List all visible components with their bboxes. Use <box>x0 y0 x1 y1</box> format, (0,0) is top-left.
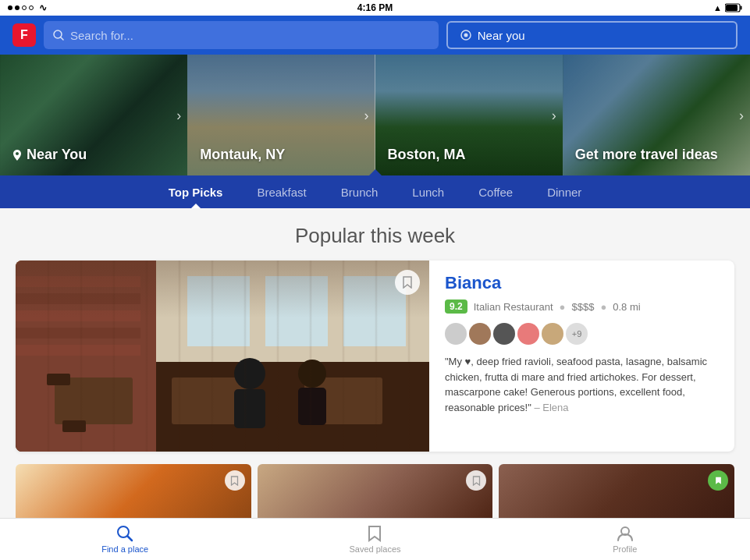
svg-rect-8 <box>16 261 156 452</box>
hero-indicator <box>369 169 382 175</box>
svg-point-23 <box>234 358 265 389</box>
svg-rect-18 <box>55 377 133 424</box>
hero-montauk-arrow: › <box>364 107 369 123</box>
svg-rect-21 <box>47 374 70 385</box>
search-input-wrap[interactable] <box>44 21 439 49</box>
tab-brunch[interactable]: Brunch <box>324 175 396 208</box>
near-you-button[interactable]: Near you <box>446 21 738 49</box>
nav-saved-places[interactable]: Saved places <box>250 519 499 560</box>
tab-top-picks[interactable]: Top Picks <box>151 175 240 208</box>
hero-travel-label: Get more travel ideas <box>575 147 718 163</box>
sig-dot-3 <box>22 5 27 10</box>
search-icon <box>53 30 64 41</box>
svg-rect-19 <box>172 377 250 424</box>
svg-rect-20 <box>304 377 382 424</box>
sig-dot-2 <box>15 5 20 10</box>
nav-find-place-label: Find a place <box>101 544 148 554</box>
search-input[interactable] <box>70 29 429 42</box>
hero-strip: Near You › Montauk, NY › Boston, MA › Ge… <box>0 55 750 175</box>
thumb-card-2[interactable] <box>258 464 493 518</box>
restaurant-name[interactable]: Bianca <box>445 273 719 293</box>
avatar-5 <box>542 323 563 345</box>
main-content: Popular this week <box>0 208 750 518</box>
bookmark-icon-1 <box>230 476 239 486</box>
tab-lunch[interactable]: Lunch <box>395 175 461 208</box>
svg-rect-10 <box>16 276 140 287</box>
svg-rect-12 <box>16 310 140 321</box>
avatar-2 <box>469 323 491 345</box>
tab-breakfast[interactable]: Breakfast <box>240 175 323 208</box>
featured-card: Bianca 9.2 Italian Restaurant ● $$$$ ● 0… <box>16 261 734 452</box>
battery-icon <box>725 3 742 12</box>
featured-info: Bianca 9.2 Italian Restaurant ● $$$$ ● 0… <box>429 261 734 452</box>
svg-point-25 <box>298 360 326 388</box>
restaurant-category: Italian Restaurant <box>474 301 553 313</box>
location-icon: ▲ <box>713 3 722 12</box>
tab-coffee[interactable]: Coffee <box>461 175 530 208</box>
thumb-card-1[interactable] <box>16 464 251 518</box>
nav-saved-label: Saved places <box>349 544 400 554</box>
location-circle-icon <box>460 30 471 41</box>
svg-point-6 <box>464 34 467 37</box>
thumb-save-2[interactable] <box>466 470 486 491</box>
review-text: "My ♥, deep fried ravioli, seafood pasta… <box>445 354 719 415</box>
thumb-card-3[interactable] <box>499 464 734 518</box>
featured-save-button[interactable] <box>395 270 420 295</box>
distance: 0.8 mi <box>613 301 640 313</box>
svg-rect-16 <box>265 276 328 346</box>
svg-rect-2 <box>726 5 738 11</box>
svg-line-4 <box>61 37 63 40</box>
category-tabs: Top Picks Breakfast Brunch Lunch Coffee … <box>0 175 750 208</box>
svg-rect-22 <box>62 420 86 432</box>
avatar-1 <box>445 323 467 345</box>
svg-rect-1 <box>741 6 742 10</box>
profile-nav-icon <box>617 525 634 542</box>
status-bar: ∿ 4:16 PM ▲ <box>0 0 750 16</box>
hero-montauk[interactable]: Montauk, NY › <box>187 55 375 175</box>
svg-rect-24 <box>234 389 265 428</box>
hero-boston[interactable]: Boston, MA › <box>375 55 563 175</box>
svg-rect-11 <box>16 293 140 304</box>
signal-indicator: ∿ <box>8 2 47 13</box>
hero-boston-arrow: › <box>552 107 556 123</box>
avatar-3 <box>493 323 515 345</box>
hero-near-you-label: Near You <box>12 147 87 163</box>
svg-line-28 <box>128 537 133 541</box>
hero-travel-arrow: › <box>739 107 744 123</box>
svg-rect-13 <box>16 328 140 338</box>
dot-separator-2: ● <box>600 301 606 313</box>
search-nav-icon <box>116 525 133 542</box>
nav-profile[interactable]: Profile <box>500 519 750 560</box>
hero-travel[interactable]: Get more travel ideas › <box>563 55 750 175</box>
rating-badge: 9.2 <box>445 299 467 314</box>
sig-dot-1 <box>8 5 12 10</box>
sig-dot-4 <box>29 5 34 10</box>
nav-find-place[interactable]: Find a place <box>0 519 250 560</box>
bookmark-icon-2 <box>472 476 481 486</box>
restaurant-interior-svg <box>16 261 429 452</box>
dot-separator-1: ● <box>560 301 566 313</box>
tab-dinner[interactable]: Dinner <box>530 175 599 208</box>
bookmark-nav-icon <box>367 525 382 542</box>
foursquare-logo: F <box>12 23 36 47</box>
bottom-nav: Find a place Saved places Profile <box>0 518 750 560</box>
featured-image <box>16 261 429 452</box>
price-range: $$$$ <box>571 301 594 313</box>
hero-near-you[interactable]: Near You › <box>0 55 187 175</box>
restaurant-meta: 9.2 Italian Restaurant ● $$$$ ● 0.8 mi <box>445 299 719 314</box>
thumb-save-1[interactable] <box>225 470 245 491</box>
svg-rect-9 <box>156 261 429 362</box>
thumb-save-3[interactable] <box>708 470 728 491</box>
status-time: 4:16 PM <box>357 2 393 13</box>
section-title: Popular this week <box>0 208 750 261</box>
bookmark-icon-3 <box>714 476 723 486</box>
reviewer-name: – Elena <box>534 402 568 413</box>
avatar-4 <box>517 323 539 345</box>
avatars-row: +9 <box>445 323 719 345</box>
thumbnail-row <box>16 464 734 518</box>
hero-near-you-arrow: › <box>176 107 181 123</box>
hero-montauk-label: Montauk, NY <box>200 147 285 163</box>
svg-rect-26 <box>298 388 326 425</box>
wifi-icon: ∿ <box>39 2 47 13</box>
svg-rect-7 <box>16 362 429 452</box>
